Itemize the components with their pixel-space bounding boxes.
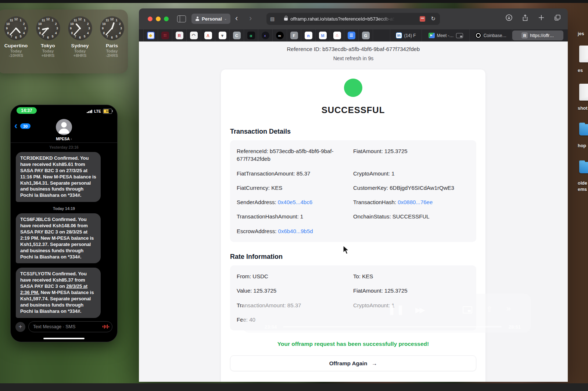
rahat-icon: R bbox=[521, 32, 528, 39]
clock-numeral: 9 bbox=[102, 26, 104, 30]
zoom-window-button[interactable] bbox=[164, 17, 169, 21]
clock-center-dot bbox=[111, 28, 113, 29]
tabstrip-spacer bbox=[373, 29, 390, 41]
detail-label: SenderAddress: bbox=[237, 199, 278, 205]
contact-name[interactable]: MPESA › bbox=[11, 137, 117, 141]
pinned-tab[interactable]: ∞ bbox=[273, 29, 287, 41]
detail-value: SUCCESSFUL bbox=[392, 213, 430, 220]
detail-value: KES bbox=[362, 273, 373, 279]
contact-avatar[interactable] bbox=[56, 119, 72, 135]
pinned-tab[interactable]: Λ bbox=[201, 29, 215, 41]
pinned-tab[interactable]: M bbox=[316, 29, 330, 41]
extension-icon[interactable] bbox=[420, 16, 425, 22]
iphone-mirroring-window[interactable]: 14:37 LTE 16 ‹ 30 MPESA › Yesterday 23:1… bbox=[10, 105, 118, 342]
back-button[interactable]: ‹ bbox=[235, 13, 238, 23]
pinned-tab[interactable]: ▼ bbox=[215, 29, 230, 41]
world-clock-widget[interactable]: 121234567891011CupertinoToday-10HRS12123… bbox=[0, 10, 128, 73]
pinned-tab[interactable]: ◐ bbox=[258, 29, 273, 41]
sms-bubble[interactable]: TCS1FLYOTN Confirmed. You have received … bbox=[16, 268, 101, 318]
detail-label: TransactionHashAmount: bbox=[237, 213, 300, 220]
detail-label: EscrowAddress: bbox=[237, 228, 278, 234]
pinned-tab[interactable]: G bbox=[359, 29, 373, 41]
detected-date-link[interactable]: 28/3/25 at 2:36 PM. bbox=[20, 283, 87, 295]
tab-linkedin[interactable]: in (14) F bbox=[390, 29, 422, 41]
detail-cell: FiatCurrency: KES bbox=[237, 184, 353, 192]
close-window-button[interactable] bbox=[148, 17, 153, 21]
clock-numeral: 12 bbox=[78, 17, 82, 21]
forward-button[interactable]: › bbox=[249, 13, 252, 23]
tab-partial[interactable]: - C… bbox=[563, 29, 568, 41]
battery-icon: 16 bbox=[103, 109, 112, 114]
desktop-folder-icon[interactable] bbox=[579, 124, 588, 135]
pinned-tab[interactable]: ◆ bbox=[143, 29, 158, 41]
tab-overview-icon[interactable] bbox=[554, 14, 561, 21]
tab-coinbase[interactable]: Coinbase… bbox=[470, 29, 512, 41]
detail-link[interactable]: 0x6b40...9b5d bbox=[278, 228, 313, 234]
detail-value: 125.3725 bbox=[254, 287, 277, 294]
detail-cell-empty bbox=[353, 316, 470, 323]
desktop-icon-label: hop bbox=[578, 143, 586, 148]
reload-icon[interactable]: ↻ bbox=[431, 15, 435, 22]
profile-name: Personal bbox=[202, 16, 222, 22]
downloads-icon[interactable] bbox=[505, 14, 513, 21]
tab-offramp-active[interactable]: R https://offr… bbox=[512, 30, 563, 40]
reader-icon[interactable]: ▤ bbox=[270, 16, 275, 22]
desktop-folder-icon[interactable] bbox=[579, 162, 588, 173]
add-attachment-button[interactable]: + bbox=[15, 322, 25, 332]
detail-label: TransactionAmount: bbox=[237, 302, 287, 308]
clock-face: 121234567891011 bbox=[36, 16, 60, 40]
pinned-tab[interactable]: R bbox=[172, 29, 187, 41]
safari-window: Personal ⌄ ‹ › ▤ offramp.rahat.io/status… bbox=[139, 8, 568, 382]
sidebar-icon[interactable] bbox=[177, 15, 186, 22]
detail-link[interactable]: 0x40e5...4bc6 bbox=[278, 199, 312, 205]
desktop-document-icon[interactable] bbox=[579, 46, 588, 62]
pinned-tab[interactable]: F bbox=[287, 29, 301, 41]
mouse-cursor bbox=[343, 245, 351, 255]
detail-cell: FiatTransactionAmount: 85.37 bbox=[237, 170, 353, 177]
clock-numeral: 2 bbox=[23, 22, 25, 26]
new-tab-icon[interactable] bbox=[538, 14, 545, 21]
minimize-window-button[interactable] bbox=[156, 17, 161, 21]
clock-numeral: 2 bbox=[119, 22, 121, 26]
pinned-tab[interactable]: ∴ bbox=[330, 29, 344, 41]
sms-bubble[interactable]: TCR3DKEDKD Confirmed. You have received … bbox=[16, 152, 101, 202]
detail-cell: TransactionHash: 0x0880...76ee bbox=[353, 198, 470, 206]
sms-bubble[interactable]: TCS6FJBLCS Confirmed. You have received … bbox=[16, 213, 101, 263]
clock-numeral: 8 bbox=[7, 31, 9, 35]
clock-numeral: 11 bbox=[74, 18, 77, 22]
profile-switcher[interactable]: Personal ⌄ bbox=[191, 14, 230, 24]
detail-link[interactable]: 0x0880...76ee bbox=[398, 199, 433, 205]
audio-message-icon[interactable] bbox=[103, 325, 110, 329]
desktop-document-icon[interactable] bbox=[579, 84, 588, 101]
share-icon[interactable] bbox=[521, 14, 529, 21]
clock-cupertino: 121234567891011CupertinoToday-10HRS bbox=[0, 16, 32, 58]
detail-row: Fee: 40 bbox=[237, 312, 470, 327]
message-composer: + bbox=[11, 321, 117, 333]
clock-numeral: 7 bbox=[43, 35, 44, 38]
arrow-right-icon: → bbox=[372, 360, 377, 366]
detail-label: ReferenceId: bbox=[237, 148, 270, 154]
offramp-again-button[interactable]: Offramp Again→ bbox=[230, 355, 476, 371]
pinned-tab[interactable]: ☰ bbox=[344, 29, 359, 41]
clock-numeral: 7 bbox=[107, 35, 108, 38]
detail-value: KES bbox=[271, 185, 282, 191]
back-chevron-icon[interactable]: ‹ bbox=[14, 122, 18, 129]
home-indicator[interactable] bbox=[43, 338, 85, 339]
transaction-details-heading: Transaction Details bbox=[230, 128, 476, 135]
clock-numeral: 12 bbox=[46, 17, 50, 21]
pinned-tab[interactable]: ∷ bbox=[158, 29, 172, 41]
pinned-tab[interactable]: n bbox=[301, 29, 316, 41]
chevron-down-icon: ⌄ bbox=[224, 17, 227, 21]
pinned-tab[interactable]: α bbox=[244, 29, 258, 41]
clock-day-label: Today bbox=[106, 49, 118, 53]
pinned-tab[interactable]: ◠ bbox=[187, 29, 201, 41]
tab-strip: ◆∷R◠Λ▼Cα◐∞FnM∴☰G in (14) F Meet -… Coinb… bbox=[139, 29, 568, 41]
clock-numeral: 11 bbox=[106, 18, 109, 22]
message-input[interactable] bbox=[28, 321, 112, 332]
address-bar[interactable]: ▤ offramp.rahat.io/status?referenceId=b5… bbox=[266, 13, 440, 25]
pinned-tab[interactable]: C bbox=[230, 29, 244, 41]
unread-count-badge[interactable]: 30 bbox=[20, 123, 31, 129]
page-content: Reference ID: b573ecdb-a5fb-4bf6-9baf-67… bbox=[139, 41, 568, 382]
detail-row: FiatTransactionAmount: 85.37CryptoAmount… bbox=[237, 166, 470, 181]
tab-meet[interactable]: Meet -… bbox=[422, 29, 470, 41]
